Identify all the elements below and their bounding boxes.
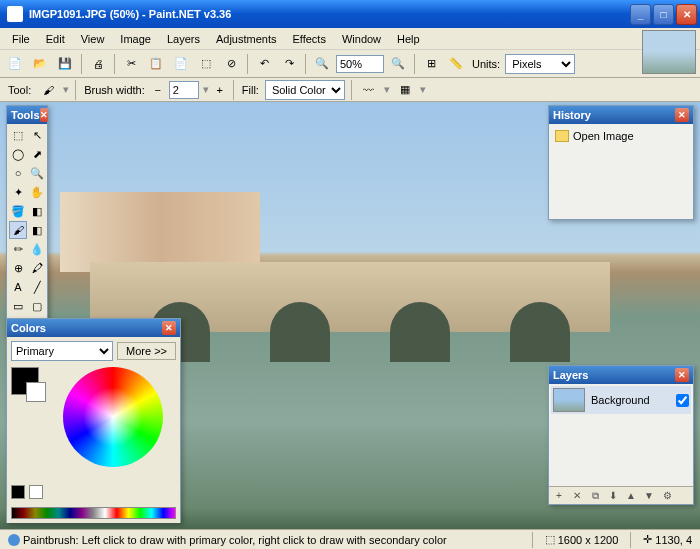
colors-panel-title: Colors — [11, 322, 162, 334]
recolor-tool[interactable]: 🖍 — [28, 259, 46, 277]
copy-button[interactable]: 📋 — [145, 53, 167, 75]
tools-panel-close[interactable]: ✕ — [40, 108, 48, 122]
history-panel-header[interactable]: History ✕ — [549, 106, 693, 124]
image-dimensions: 1600 x 1200 — [558, 534, 619, 546]
menu-layers[interactable]: Layers — [159, 30, 208, 48]
save-button[interactable]: 💾 — [54, 53, 76, 75]
brush-decrease-button[interactable]: − — [151, 79, 165, 101]
rounded-rect-tool[interactable]: ▢ — [28, 297, 46, 315]
move-tool[interactable]: ↖ — [28, 126, 46, 144]
color-wheel[interactable] — [63, 367, 163, 467]
layers-panel-close[interactable]: ✕ — [675, 368, 689, 382]
primary-color-swatch[interactable] — [11, 367, 39, 395]
maximize-button[interactable]: □ — [653, 4, 674, 25]
color-palette[interactable] — [11, 507, 176, 519]
units-select[interactable]: Pixels — [505, 54, 575, 74]
new-button[interactable]: 📄 — [4, 53, 26, 75]
move-selection-tool[interactable]: ⬈ — [28, 145, 46, 163]
rectangle-tool[interactable]: ▭ — [9, 297, 27, 315]
layer-row[interactable]: Background — [551, 386, 691, 414]
line-tool[interactable]: ╱ — [28, 278, 46, 296]
separator — [75, 80, 76, 100]
rect-select-tool[interactable]: ⬚ — [9, 126, 27, 144]
current-tool-icon[interactable]: 🖌 — [37, 79, 59, 101]
units-label: Units: — [470, 58, 502, 70]
merge-layer-button[interactable]: ⬇ — [605, 488, 621, 504]
layer-props-button[interactable]: ⚙ — [659, 488, 675, 504]
text-tool[interactable]: A — [9, 278, 27, 296]
lasso-tool[interactable]: ◯ — [9, 145, 27, 163]
history-panel: History ✕ Open Image — [548, 105, 694, 220]
secondary-color-swatch[interactable] — [26, 382, 46, 402]
delete-layer-button[interactable]: ✕ — [569, 488, 585, 504]
clone-tool[interactable]: ⊕ — [9, 259, 27, 277]
blend-button[interactable]: ▦ — [394, 79, 416, 101]
fill-select[interactable]: Solid Color — [265, 80, 345, 100]
move-up-button[interactable]: ▲ — [623, 488, 639, 504]
menu-help[interactable]: Help — [389, 30, 428, 48]
tools-panel: Tools ✕ ⬚ ↖ ◯ ⬈ ○ 🔍 ✦ ✋ 🪣 ◧ 🖌 ◧ ✏ 💧 ⊕ 🖍 … — [6, 105, 48, 337]
ruler-button[interactable]: 📏 — [445, 53, 467, 75]
gradient-tool[interactable]: ◧ — [28, 202, 46, 220]
cut-button[interactable]: ✂ — [120, 53, 142, 75]
menu-image[interactable]: Image — [112, 30, 159, 48]
menu-view[interactable]: View — [73, 30, 113, 48]
tools-panel-header[interactable]: Tools ✕ — [7, 106, 47, 124]
move-down-button[interactable]: ▼ — [641, 488, 657, 504]
colors-more-button[interactable]: More >> — [117, 342, 176, 360]
menu-window[interactable]: Window — [334, 30, 389, 48]
window-titlebar: IMGP1091.JPG (50%) - Paint.NET v3.36 _ □… — [0, 0, 700, 28]
undo-button[interactable]: ↶ — [253, 53, 275, 75]
history-item-label: Open Image — [573, 130, 634, 142]
layers-panel-header[interactable]: Layers ✕ — [549, 366, 693, 384]
print-button[interactable]: 🖨 — [87, 53, 109, 75]
deselect-button[interactable]: ⊘ — [220, 53, 242, 75]
brush-width-input[interactable] — [169, 81, 199, 99]
grid-button[interactable]: ⊞ — [420, 53, 442, 75]
ellipse-select-tool[interactable]: ○ — [9, 164, 27, 182]
help-icon[interactable] — [8, 534, 20, 546]
colors-panel-close[interactable]: ✕ — [162, 321, 176, 335]
eraser-tool[interactable]: ◧ — [28, 221, 46, 239]
document-thumbnail[interactable] — [642, 30, 696, 74]
history-item[interactable]: Open Image — [553, 128, 689, 144]
duplicate-layer-button[interactable]: ⧉ — [587, 488, 603, 504]
separator — [414, 54, 415, 74]
zoom-in-icon[interactable]: 🔍 — [387, 53, 409, 75]
colors-panel-header[interactable]: Colors ✕ — [7, 319, 180, 337]
zoom-tool[interactable]: 🔍 — [28, 164, 46, 182]
tool-label: Tool: — [6, 84, 33, 96]
magic-wand-tool[interactable]: ✦ — [9, 183, 27, 201]
crop-button[interactable]: ⬚ — [195, 53, 217, 75]
color-mode-select[interactable]: Primary — [11, 341, 113, 361]
redo-button[interactable]: ↷ — [278, 53, 300, 75]
zoom-out-icon[interactable]: 🔍 — [311, 53, 333, 75]
menu-file[interactable]: File — [4, 30, 38, 48]
menu-adjustments[interactable]: Adjustments — [208, 30, 285, 48]
pan-tool[interactable]: ✋ — [28, 183, 46, 201]
reset-colors-button[interactable] — [29, 485, 43, 499]
window-title: IMGP1091.JPG (50%) - Paint.NET v3.36 — [27, 8, 630, 20]
pencil-tool[interactable]: ✏ — [9, 240, 27, 258]
open-button[interactable]: 📂 — [29, 53, 51, 75]
brush-increase-button[interactable]: + — [213, 79, 227, 101]
color-picker-tool[interactable]: 💧 — [28, 240, 46, 258]
dimensions-icon: ⬚ — [545, 533, 555, 546]
fill-label: Fill: — [240, 84, 261, 96]
menu-effects[interactable]: Effects — [285, 30, 334, 48]
colors-panel: Colors ✕ Primary More >> — [6, 318, 181, 523]
paste-button[interactable]: 📄 — [170, 53, 192, 75]
minimize-button[interactable]: _ — [630, 4, 651, 25]
history-panel-close[interactable]: ✕ — [675, 108, 689, 122]
separator — [351, 80, 352, 100]
close-button[interactable]: ✕ — [676, 4, 697, 25]
paint-bucket-tool[interactable]: 🪣 — [9, 202, 27, 220]
antialias-button[interactable]: 〰 — [358, 79, 380, 101]
layer-visibility-checkbox[interactable] — [676, 394, 689, 407]
menu-edit[interactable]: Edit — [38, 30, 73, 48]
swap-colors-button[interactable] — [11, 485, 25, 499]
separator — [114, 54, 115, 74]
zoom-input[interactable] — [336, 55, 384, 73]
paintbrush-tool[interactable]: 🖌 — [9, 221, 27, 239]
add-layer-button[interactable]: + — [551, 488, 567, 504]
